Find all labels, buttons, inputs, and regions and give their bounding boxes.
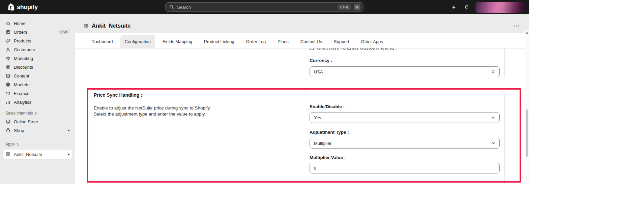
sidebar-item-shop[interactable]: Shop — [3, 126, 72, 135]
k-key-badge: K — [354, 4, 360, 10]
sidebar-item-online-store[interactable]: Online Store — [3, 117, 72, 126]
tab-support[interactable]: Support — [329, 35, 354, 48]
sidebar-item-label: Marketing — [14, 56, 33, 61]
home-icon — [5, 21, 11, 26]
orders-count-badge: 159 — [58, 30, 69, 34]
tab-dashboard[interactable]: Dashboard — [87, 35, 117, 48]
customers-icon — [5, 47, 11, 52]
sidebar-item-products[interactable]: Products — [3, 36, 72, 45]
discounts-icon — [5, 64, 11, 70]
sidebar-item-markets[interactable]: Markets — [3, 80, 72, 89]
apps-header[interactable]: Apps — [3, 140, 72, 148]
price-sync-title: Price Sync Handling : — [94, 92, 211, 98]
shop-bag-icon — [5, 128, 11, 133]
sidebar-item-home[interactable]: Home — [3, 19, 72, 28]
scroll-up-arrow[interactable] — [526, 32, 528, 34]
tab-plans[interactable]: Plans — [273, 35, 293, 48]
online-store-icon — [5, 119, 11, 124]
scrollbar-thumb[interactable] — [526, 109, 528, 157]
price-sync-card: Enable/Disable : Yes Adjustment Type : M… — [304, 91, 505, 184]
sidebar-item-label: Home — [14, 21, 26, 26]
chevron-right-icon — [34, 110, 37, 116]
sidebar-item-analytics[interactable]: Analytics — [3, 98, 72, 106]
updown-arrows-icon — [491, 69, 495, 74]
sidebar-item-label: Analytics — [14, 100, 31, 105]
sidebar: Home Orders 159 Products — [0, 14, 75, 184]
analytics-icon — [5, 99, 11, 105]
store-account-button[interactable] — [475, 2, 525, 13]
sidebar-item-finance[interactable]: Finance — [3, 89, 72, 98]
page-title: Ankit_Netsuite — [92, 23, 131, 29]
price-sync-desc-line1: Enable to adjust the NetSuite price duri… — [94, 105, 211, 111]
adjustment-type-value: Multiplier — [314, 141, 331, 146]
app-grid-icon — [5, 152, 11, 157]
enable-disable-label: Enable/Disable : — [310, 104, 345, 109]
sidekick-sparkle-icon — [451, 4, 457, 10]
apps-label: Apps — [5, 142, 14, 147]
sidebar-item-label: Products — [14, 38, 31, 43]
sidebar-item-label: Shop — [14, 128, 24, 133]
app-icon — [83, 23, 89, 28]
price-sync-description-block: Price Sync Handling : Enable to adjust t… — [94, 92, 211, 117]
shopify-logo[interactable]: shopify — [7, 0, 38, 14]
enable-disable-value: Yes — [314, 115, 321, 120]
sidebar-item-label: Finance — [14, 91, 29, 96]
bell-icon — [464, 4, 469, 10]
tab-order-log[interactable]: Order Log — [242, 35, 270, 48]
multiplier-value-field — [310, 163, 500, 173]
desktop-canvas: shopify CTRL K — [0, 0, 644, 224]
sidebar-item-marketing[interactable]: Marketing — [3, 54, 72, 63]
global-search[interactable]: CTRL K — [165, 2, 363, 12]
sidebar-item-orders[interactable]: Orders 159 — [3, 28, 72, 36]
sidebar-item-label: Discounts — [14, 65, 33, 70]
currency-select-value: USA — [314, 69, 323, 74]
topbar: shopify CTRL K — [0, 0, 529, 14]
app-tabbar: Dashboard Configuration Fields Mapping P… — [75, 34, 525, 49]
tab-other-apps[interactable]: Other Apps — [357, 35, 387, 48]
search-input[interactable] — [177, 5, 335, 10]
markets-icon — [5, 82, 11, 87]
adjustment-type-label: Adjustment Type : — [310, 130, 349, 135]
finance-icon — [5, 91, 11, 96]
chevron-down-icon — [491, 140, 495, 146]
tab-configuration[interactable]: Configuration — [120, 35, 155, 48]
sidebar-item-content[interactable]: Content — [3, 71, 72, 80]
sales-channels-label: Sales channels — [5, 111, 33, 116]
multiplier-value-label: Multiplier Value : — [310, 155, 346, 160]
shopify-bag-icon — [7, 3, 15, 11]
content-icon — [5, 73, 11, 78]
sidebar-item-label: Orders — [14, 30, 27, 35]
sidebar-item-customers[interactable]: Customers — [3, 45, 72, 54]
shopify-wordmark: shopify — [17, 4, 38, 11]
orders-icon — [5, 29, 11, 35]
more-actions-button[interactable] — [512, 22, 521, 30]
notification-dot — [68, 130, 69, 131]
multiplier-value-input[interactable] — [314, 166, 495, 171]
search-icon — [169, 4, 174, 10]
browser-window: shopify CTRL K — [0, 0, 529, 184]
tab-contact-us[interactable]: Contact Us — [296, 35, 326, 48]
redacted-store-name — [475, 2, 525, 13]
sidebar-item-label: Ankit_Netsuite — [14, 152, 42, 157]
marketing-icon — [5, 56, 11, 61]
tab-product-linking[interactable]: Product Linking — [200, 35, 239, 48]
scrollbar[interactable] — [525, 30, 529, 184]
currency-label: Currency : — [310, 58, 332, 63]
adjustment-type-select[interactable]: Multiplier — [310, 138, 500, 149]
notification-dot — [68, 154, 69, 155]
sidebar-item-discounts[interactable]: Discounts — [3, 63, 72, 71]
chevron-right-icon — [16, 141, 19, 147]
sidekick-button[interactable] — [450, 3, 458, 11]
enable-disable-select[interactable]: Yes — [310, 112, 500, 123]
products-icon — [5, 38, 11, 43]
chevron-down-icon — [491, 115, 495, 120]
tab-fields-mapping[interactable]: Fields Mapping — [158, 35, 197, 48]
currency-select[interactable]: USA — [310, 66, 500, 77]
notifications-button[interactable] — [463, 3, 471, 11]
app-page-header: Ankit_Netsuite — [75, 14, 529, 33]
sidebar-item-ankit-netsuite[interactable]: Ankit_Netsuite — [3, 150, 72, 159]
sidebar-item-label: Content — [14, 73, 29, 78]
sales-channels-header[interactable]: Sales channels — [3, 109, 72, 117]
sidebar-item-label: Customers — [14, 47, 35, 52]
topbar-right — [450, 1, 525, 13]
